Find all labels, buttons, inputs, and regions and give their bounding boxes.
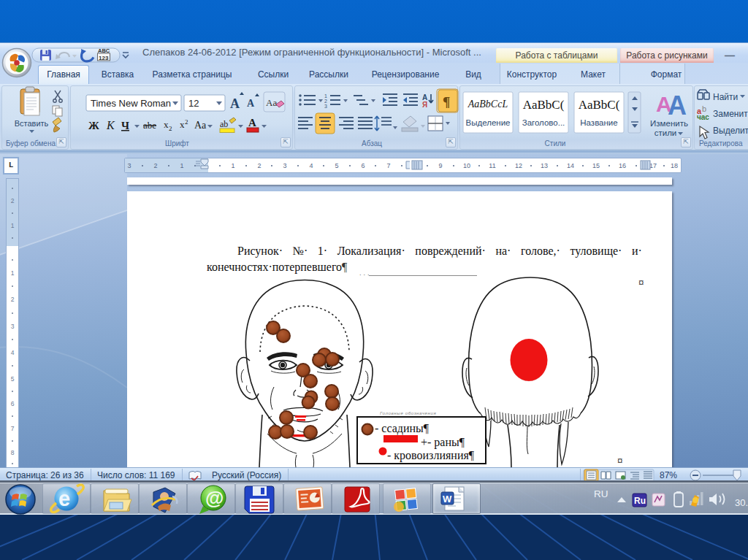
svg-text:5: 5	[335, 162, 338, 169]
svg-text:3: 3	[283, 162, 286, 169]
svg-text:2: 2	[153, 162, 157, 169]
svg-text:Я: Я	[422, 101, 427, 109]
svg-text:3: 3	[324, 104, 327, 109]
svg-text:час: час	[697, 113, 709, 121]
svg-text:AaBbC(: AaBbC(	[523, 98, 565, 112]
svg-text:1: 1	[11, 222, 15, 229]
svg-text:Вставить: Вставить	[15, 119, 49, 128]
svg-text:2: 2	[185, 118, 188, 126]
svg-text:1: 1	[231, 162, 234, 169]
svg-text:4: 4	[11, 349, 15, 356]
svg-text:стили: стили	[654, 129, 677, 137]
svg-text:8: 8	[11, 449, 15, 456]
svg-text:14: 14	[567, 162, 574, 169]
svg-text:@: @	[205, 487, 224, 509]
svg-text:12: 12	[188, 98, 199, 109]
svg-text:Заголово...: Заголово...	[522, 118, 565, 127]
svg-text:2: 2	[169, 125, 172, 132]
svg-text:A: A	[230, 96, 240, 111]
svg-text:Найти: Найти	[713, 92, 738, 102]
svg-text:6: 6	[11, 400, 15, 407]
svg-text:13: 13	[541, 162, 548, 169]
svg-text:2: 2	[257, 162, 261, 169]
svg-text:W: W	[443, 494, 452, 505]
svg-text:Ч: Ч	[121, 120, 129, 131]
svg-text:Ж: Ж	[88, 120, 99, 131]
svg-text:5: 5	[11, 375, 15, 383]
svg-text:e: e	[58, 487, 70, 510]
svg-text:ab: ab	[220, 119, 228, 129]
svg-text:2: 2	[11, 296, 15, 303]
svg-text:Заменит: Заменит	[713, 109, 748, 119]
svg-text:A: A	[247, 98, 255, 109]
svg-text:18: 18	[671, 162, 678, 169]
svg-text:3: 3	[127, 162, 131, 169]
svg-text:abe: abe	[143, 120, 156, 131]
svg-text:1: 1	[324, 93, 327, 99]
svg-text:AaBbC(: AaBbC(	[579, 98, 620, 112]
svg-text:Aa: Aa	[266, 97, 277, 108]
svg-text:30.: 30.	[735, 497, 748, 508]
svg-text:9: 9	[438, 162, 442, 169]
svg-text:Название: Название	[580, 118, 617, 127]
svg-text:2: 2	[324, 99, 327, 104]
svg-text:К: К	[106, 119, 115, 131]
svg-text:RU: RU	[594, 488, 608, 499]
svg-text:7: 7	[386, 162, 390, 169]
svg-text:A: A	[668, 91, 687, 120]
svg-text:11: 11	[489, 162, 495, 169]
svg-text:A: A	[248, 117, 256, 129]
svg-text:6: 6	[361, 162, 365, 169]
svg-text:Ru: Ru	[634, 496, 646, 506]
svg-text:1: 1	[11, 269, 15, 277]
svg-text:7: 7	[11, 425, 15, 432]
svg-text:15: 15	[592, 162, 600, 169]
svg-text:1: 1	[180, 162, 183, 169]
svg-text:123: 123	[99, 55, 109, 61]
svg-text:b: b	[702, 104, 706, 113]
svg-text:10: 10	[463, 162, 470, 169]
svg-text:Times New Roman: Times New Roman	[91, 98, 171, 109]
svg-text:12: 12	[515, 162, 522, 169]
svg-text:¶: ¶	[443, 94, 450, 110]
svg-text:Изменить: Изменить	[650, 119, 688, 128]
svg-text:x: x	[180, 119, 185, 130]
svg-text:Выделит: Выделит	[713, 126, 748, 136]
svg-text:4: 4	[309, 162, 313, 169]
svg-text:16: 16	[619, 162, 626, 169]
svg-text:AaBbCcL: AaBbCcL	[468, 99, 508, 110]
svg-text:3: 3	[11, 323, 15, 330]
svg-text:2: 2	[11, 197, 15, 204]
svg-text:Aa: Aa	[194, 120, 207, 131]
svg-text:Выделение: Выделение	[466, 118, 511, 127]
svg-text:x: x	[164, 119, 169, 130]
